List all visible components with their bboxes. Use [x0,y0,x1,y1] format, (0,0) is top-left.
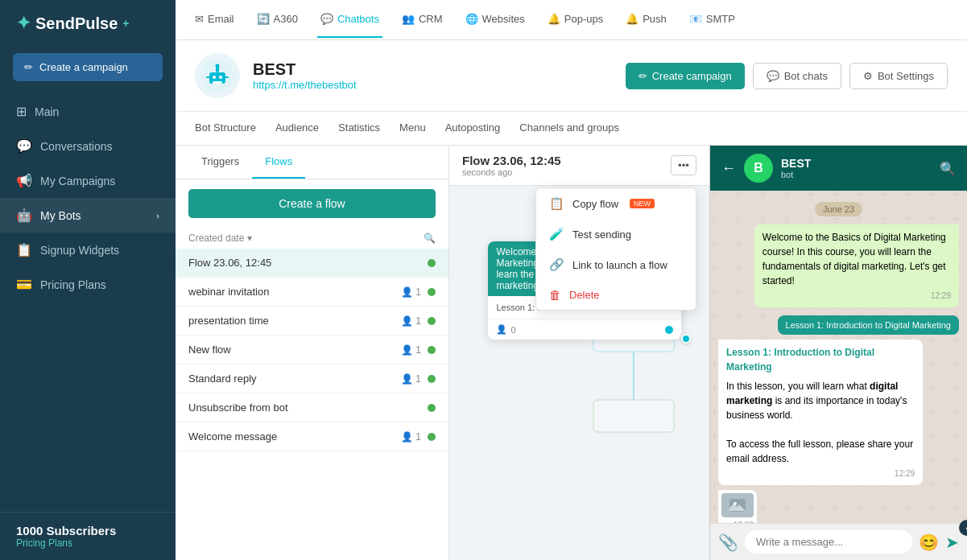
nav-smtp[interactable]: 📧 SMTP [686,2,738,38]
svg-point-3 [219,76,222,79]
flow-preview: Flow 23.06, 12:45 seconds ago ••• 📋 Copy… [449,146,709,560]
logo-plus: + [122,17,129,30]
dropdown-test-sending[interactable]: 🧪 Test sending [536,219,696,249]
search-icon[interactable]: 🔍 [424,233,436,244]
sidebar-item-main[interactable]: ⊞ Main [0,94,176,129]
subscribers-icon: 👤 [496,324,507,335]
create-campaign-label: Create a campaign [39,61,128,73]
status-indicator [428,433,436,441]
sidebar-item-label: Main [35,105,59,118]
svg-point-2 [213,76,216,79]
flow-preview-title: Flow 23.06, 12:45 [462,154,561,167]
flow-users: 👤 1 [401,315,421,327]
nav-push[interactable]: 🔔 Push [622,2,670,38]
sort-date[interactable]: Created date ▾ [188,233,252,244]
nav-a360[interactable]: 🔄 A360 [254,2,301,38]
sidebar-item-my-campaigns[interactable]: 📢 My Campaigns [0,163,176,198]
subnav-autoposting[interactable]: Autoposting [445,112,501,145]
message-body: In this lesson, you will learn what digi… [726,379,915,466]
sidebar-item-my-bots[interactable]: 🤖 My Bots › [0,198,176,233]
chatbots-icon: 💬 [320,13,333,25]
back-arrow-icon[interactable]: ← [721,160,736,177]
bot-link[interactable]: https://t.me/thebestbot [253,79,357,91]
dropdown-delete[interactable]: 🗑 Delete [536,280,696,310]
smtp-icon: 📧 [689,13,702,25]
link-icon: 🔗 [549,257,564,272]
sidebar-item-conversations[interactable]: 💬 Conversations [0,129,176,163]
a360-icon: 🔄 [257,13,270,25]
sendpulse-logo-icon: ✦ [16,13,31,34]
svg-rect-6 [213,81,222,84]
copy-icon: 📋 [549,196,564,211]
nav-popups[interactable]: 🔔 Pop-ups [544,2,606,38]
flow-list-header: Created date ▾ 🔍 [176,228,448,249]
flow-users: 👤 1 [401,373,421,385]
flow-item[interactable]: presentation time 👤 1 [176,307,448,336]
flow-menu-button[interactable]: ••• [671,155,696,175]
dropdown-copy-flow[interactable]: 📋 Copy flow NEW [536,188,696,219]
message-time: 12:29 [762,290,951,302]
tab-triggers[interactable]: Triggers [188,146,252,179]
pencil-icon: ✏ [638,70,647,82]
chat-header: ← B BEST bot 🔍 [710,146,967,191]
status-indicator [428,317,436,325]
new-badge: NEW [630,199,655,208]
sidebar-item-signup-widgets[interactable]: 📋 Signup Widgets [0,233,176,267]
bot-chats-button[interactable]: 💬 Bot chats [753,63,841,89]
subscribers-count: 1000 Subscribers [16,524,159,537]
user-icon: 👤 [401,431,413,443]
flow-item[interactable]: Welcome message 👤 1 [176,422,448,451]
nav-websites[interactable]: 🌐 Websites [462,2,528,38]
message-time: 12:29 [726,467,915,480]
flow-users: 👤 1 [401,431,421,443]
bot-info: BEST https://t.me/thebestbot [253,60,357,91]
create-flow-button[interactable]: Create a flow [188,189,436,218]
message-time: 12:29 [721,519,754,523]
subnav-menu[interactable]: Menu [399,112,426,145]
flow-items: Flow 23.06, 12:45 webinar invitation 👤 1… [176,249,448,560]
nav-chatbots[interactable]: 💬 Chatbots [317,2,382,38]
flow-preview-subtitle: seconds ago [462,167,561,177]
create-campaign-button[interactable]: ✏ Create a campaign [13,53,163,81]
subnav-channels[interactable]: Channels and groups [519,112,619,145]
flow-item[interactable]: Flow 23.06, 12:45 [176,249,448,278]
popups-icon: 🔔 [548,13,560,25]
dropdown-link-launch[interactable]: 🔗 Link to launch a flow [536,249,696,280]
search-icon[interactable]: 🔍 [940,161,956,176]
flow-node-dot [665,326,673,334]
subnav-statistics[interactable]: Statistics [338,112,380,145]
create-campaign-button[interactable]: ✏ Create campaign [626,63,745,89]
bot-settings-button[interactable]: ⚙ Bot Settings [849,63,948,89]
flow-item[interactable]: webinar invitation 👤 1 [176,278,448,307]
sidebar-item-pricing-plans[interactable]: 💳 Pricing Plans [0,267,176,302]
chat-bot-name: BEST [781,157,811,170]
status-indicator [428,288,436,296]
campaigns-icon: 📢 [16,173,32,188]
user-icon: 👤 [401,373,413,385]
flow-preview-header: Flow 23.06, 12:45 seconds ago ••• [449,146,709,186]
attach-icon[interactable]: 📎 [718,533,738,552]
main-content: ✉ Email 🔄 A360 💬 Chatbots 👥 CRM 🌐 Websit… [176,0,967,560]
send-button[interactable]: 😊 [919,533,939,552]
subnav-audience[interactable]: Audience [275,112,319,145]
user-icon: 👤 [401,286,413,298]
status-indicator [428,346,436,354]
send-icon[interactable]: ➤ [945,533,959,552]
flow-item[interactable]: Standard reply 👤 1 [176,364,448,393]
tab-flows[interactable]: Flows [252,146,305,179]
flow-item[interactable]: New flow 👤 1 [176,336,448,364]
flow-users: 👤 1 [401,344,421,356]
flow-list-panel: Triggers Flows Create a flow Created dat… [176,146,449,560]
flow-item[interactable]: Unsubscribe from bot [176,393,448,422]
sidebar: ✦ SendPulse + ✏ Create a campaign ⊞ Main… [0,0,176,560]
sidebar-bottom: 1000 Subscribers Pricing Plans [0,512,176,560]
chat-image-message: 12:29 [718,490,757,523]
bot-header: BEST https://t.me/thebestbot ✏ Create ca… [176,40,967,112]
message-input[interactable] [745,530,912,554]
plan-link[interactable]: Pricing Plans [16,537,159,549]
nav-crm[interactable]: 👥 CRM [399,2,446,38]
sidebar-item-label: Conversations [40,140,113,153]
nav-email[interactable]: ✉ Email [192,2,238,38]
subnav-bot-structure[interactable]: Bot Structure [195,112,256,145]
sidebar-item-label: Signup Widgets [40,244,119,257]
